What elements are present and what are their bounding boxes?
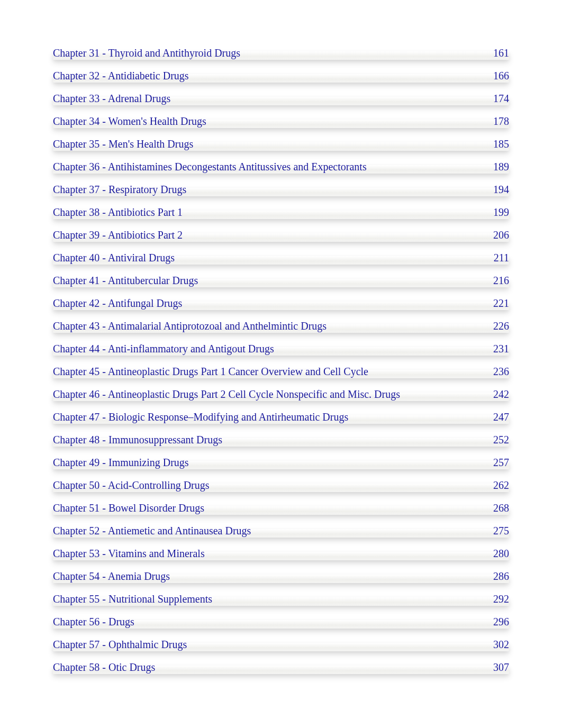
toc-entry[interactable]: Chapter 50 - Acid-Controlling Drugs262 <box>53 477 509 493</box>
toc-entry-title: Chapter 51 - Bowel Disorder Drugs <box>53 500 204 516</box>
toc-entry-page: 231 <box>483 341 509 357</box>
toc-entry[interactable]: Chapter 44 - Anti-inflammatory and Antig… <box>53 341 509 357</box>
toc-entry[interactable]: Chapter 52 - Antiemetic and Antinausea D… <box>53 523 509 539</box>
toc-entry-page: 286 <box>483 568 509 584</box>
toc-entry-title: Chapter 31 - Thyroid and Antithyroid Dru… <box>53 45 240 61</box>
toc-entry[interactable]: Chapter 35 - Men's Health Drugs185 <box>53 136 509 152</box>
toc-entry-page: 226 <box>483 318 509 334</box>
toc-entry-page: 174 <box>483 90 509 106</box>
toc-entry[interactable]: Chapter 34 - Women's Health Drugs178 <box>53 113 509 129</box>
toc-entry-page: 206 <box>483 227 509 243</box>
toc-entry-title: Chapter 54 - Anemia Drugs <box>53 568 170 584</box>
toc-entry-title: Chapter 58 - Otic Drugs <box>53 659 155 675</box>
toc-entry[interactable]: Chapter 55 - Nutritional Supplements292 <box>53 591 509 607</box>
toc-entry-title: Chapter 33 - Adrenal Drugs <box>53 90 170 106</box>
toc-entry-title: Chapter 45 - Antineoplastic Drugs Part 1… <box>53 363 368 379</box>
toc-entry[interactable]: Chapter 37 - Respiratory Drugs194 <box>53 181 509 197</box>
toc-entry-title: Chapter 39 - Antibiotics Part 2 <box>53 227 183 243</box>
toc-entry[interactable]: Chapter 45 - Antineoplastic Drugs Part 1… <box>53 363 509 379</box>
toc-entry-page: 221 <box>483 295 509 311</box>
toc-entry-page: 178 <box>483 113 509 129</box>
toc-entry-page: 307 <box>483 659 509 675</box>
toc-entry[interactable]: Chapter 36 - Antihistamines Decongestant… <box>53 159 509 175</box>
toc-entry-title: Chapter 35 - Men's Health Drugs <box>53 136 193 152</box>
toc-entry-page: 185 <box>483 136 509 152</box>
toc-entry-title: Chapter 49 - Immunizing Drugs <box>53 454 189 470</box>
toc-entry[interactable]: Chapter 56 - Drugs296 <box>53 614 509 630</box>
toc-entry-title: Chapter 48 - Immunosuppressant Drugs <box>53 432 222 448</box>
toc-entry-title: Chapter 44 - Anti-inflammatory and Antig… <box>53 341 274 357</box>
toc-entry-page: 247 <box>483 409 509 425</box>
toc-entry-page: 166 <box>483 68 509 84</box>
toc-entry[interactable]: Chapter 33 - Adrenal Drugs174 <box>53 90 509 106</box>
toc-entry-page: 211 <box>483 250 509 266</box>
toc-entry[interactable]: Chapter 43 - Antimalarial Antiprotozoal … <box>53 318 509 334</box>
toc-entry-title: Chapter 56 - Drugs <box>53 614 134 630</box>
toc-entry-title: Chapter 53 - Vitamins and Minerals <box>53 545 205 561</box>
toc-entry-page: 242 <box>483 386 509 402</box>
toc-entry-title: Chapter 36 - Antihistamines Decongestant… <box>53 159 367 175</box>
toc-entry[interactable]: Chapter 39 - Antibiotics Part 2206 <box>53 227 509 243</box>
toc-entry-page: 296 <box>483 614 509 630</box>
toc-entry[interactable]: Chapter 31 - Thyroid and Antithyroid Dru… <box>53 45 509 61</box>
toc-entry-page: 194 <box>483 181 509 197</box>
toc-entry[interactable]: Chapter 32 - Antidiabetic Drugs166 <box>53 68 509 84</box>
toc-entry[interactable]: Chapter 58 - Otic Drugs307 <box>53 659 509 675</box>
toc-entry-page: 257 <box>483 454 509 470</box>
toc-entry-title: Chapter 32 - Antidiabetic Drugs <box>53 68 189 84</box>
toc-entry-page: 275 <box>483 523 509 539</box>
toc-entry-page: 236 <box>483 363 509 379</box>
toc-entry-title: Chapter 47 - Biologic Response–Modifying… <box>53 409 348 425</box>
toc-entry-page: 280 <box>483 545 509 561</box>
toc-entry-title: Chapter 55 - Nutritional Supplements <box>53 591 212 607</box>
toc-entry[interactable]: Chapter 40 - Antiviral Drugs211 <box>53 250 509 266</box>
toc-entry[interactable]: Chapter 38 - Antibiotics Part 1199 <box>53 204 509 220</box>
toc-entry-title: Chapter 42 - Antifungal Drugs <box>53 295 182 311</box>
toc-entry[interactable]: Chapter 46 - Antineoplastic Drugs Part 2… <box>53 386 509 402</box>
toc-entry-page: 268 <box>483 500 509 516</box>
toc-entry[interactable]: Chapter 42 - Antifungal Drugs221 <box>53 295 509 311</box>
toc-entry[interactable]: Chapter 53 - Vitamins and Minerals280 <box>53 545 509 561</box>
toc-entry[interactable]: Chapter 49 - Immunizing Drugs257 <box>53 454 509 470</box>
toc-page: Chapter 31 - Thyroid and Antithyroid Dru… <box>0 0 562 724</box>
toc-list: Chapter 31 - Thyroid and Antithyroid Dru… <box>53 45 509 675</box>
toc-entry-title: Chapter 57 - Ophthalmic Drugs <box>53 636 187 652</box>
toc-entry-title: Chapter 34 - Women's Health Drugs <box>53 113 206 129</box>
toc-entry-title: Chapter 50 - Acid-Controlling Drugs <box>53 477 210 493</box>
toc-entry-page: 302 <box>483 636 509 652</box>
toc-entry-page: 216 <box>483 272 509 288</box>
toc-entry-page: 262 <box>483 477 509 493</box>
toc-entry-title: Chapter 40 - Antiviral Drugs <box>53 250 175 266</box>
toc-entry-page: 199 <box>483 204 509 220</box>
toc-entry-page: 292 <box>483 591 509 607</box>
toc-entry[interactable]: Chapter 57 - Ophthalmic Drugs302 <box>53 636 509 652</box>
toc-entry[interactable]: Chapter 51 - Bowel Disorder Drugs268 <box>53 500 509 516</box>
toc-entry-title: Chapter 46 - Antineoplastic Drugs Part 2… <box>53 386 483 402</box>
toc-entry-title: Chapter 37 - Respiratory Drugs <box>53 181 186 197</box>
toc-entry[interactable]: Chapter 47 - Biologic Response–Modifying… <box>53 409 509 425</box>
toc-entry[interactable]: Chapter 54 - Anemia Drugs286 <box>53 568 509 584</box>
toc-entry-title: Chapter 38 - Antibiotics Part 1 <box>53 204 183 220</box>
toc-entry[interactable]: Chapter 41 - Antitubercular Drugs216 <box>53 272 509 288</box>
toc-entry[interactable]: Chapter 48 - Immunosuppressant Drugs252 <box>53 432 509 448</box>
toc-entry-title: Chapter 43 - Antimalarial Antiprotozoal … <box>53 318 327 334</box>
toc-entry-title: Chapter 41 - Antitubercular Drugs <box>53 272 198 288</box>
toc-entry-title: Chapter 52 - Antiemetic and Antinausea D… <box>53 523 251 539</box>
toc-entry-page: 161 <box>483 45 509 61</box>
toc-entry-page: 252 <box>483 432 509 448</box>
toc-entry-page: 189 <box>483 159 509 175</box>
